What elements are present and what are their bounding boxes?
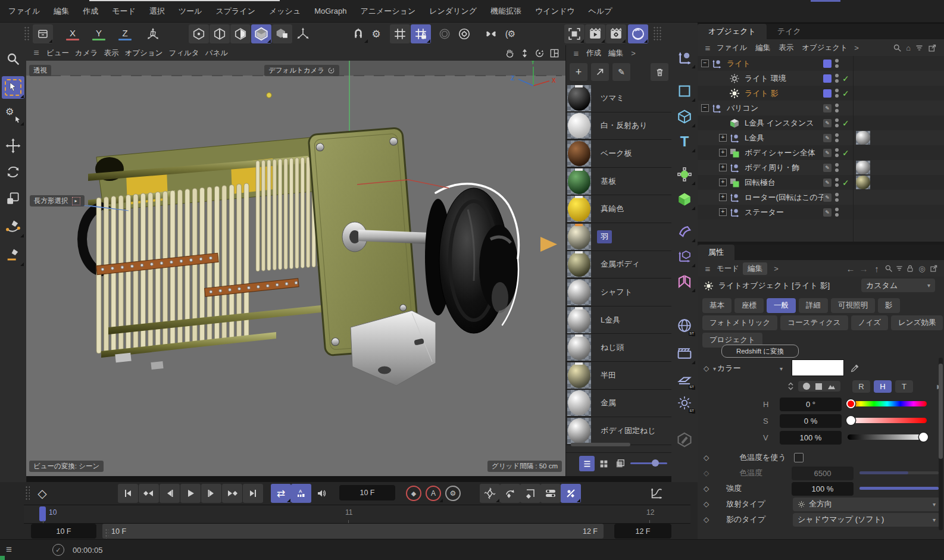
material-thumbnail[interactable]: [567, 168, 591, 195]
subdivision-surface-button[interactable]: [673, 163, 696, 186]
material-thumbnail[interactable]: [567, 196, 591, 222]
hsv-slider-knob[interactable]: [846, 416, 855, 425]
object-name[interactable]: ボディシャーシ全体: [745, 148, 815, 158]
keyframe-diamond-icon[interactable]: ◇: [704, 453, 712, 462]
tweak-tool-button[interactable]: ⚙: [2, 104, 24, 126]
keyframe-diamond-icon[interactable]: ◇: [704, 469, 712, 477]
menu-item[interactable]: アニメーション: [358, 5, 418, 18]
square-mode-icon[interactable]: [815, 383, 822, 390]
visibility-dots[interactable]: [835, 74, 839, 83]
up-icon[interactable]: ↑: [871, 264, 882, 274]
object-tree-row[interactable]: L金具 インスタンス ✓: [698, 115, 944, 130]
menu-item[interactable]: メッシュ: [267, 5, 303, 18]
axis-lock-button[interactable]: Y: [87, 24, 110, 43]
layer-chip[interactable]: [823, 104, 832, 112]
scrollbar-thumb[interactable]: [939, 364, 943, 459]
attr-tab-chip[interactable]: コースティクス: [780, 315, 848, 330]
enabled-check[interactable]: ✓: [842, 89, 849, 98]
visibility-dots[interactable]: [835, 118, 839, 127]
selection-tool-button[interactable]: [2, 76, 24, 99]
object-name[interactable]: L金具 インスタンス: [745, 118, 814, 129]
viewport-menu-item[interactable]: フィルタ: [166, 47, 201, 60]
add-material-button[interactable]: +: [570, 63, 587, 81]
panel-tab[interactable]: 属性: [698, 245, 734, 260]
attr-tab-chip[interactable]: 座標: [734, 298, 764, 313]
playhead[interactable]: [39, 506, 46, 521]
layer-chip[interactable]: [823, 60, 832, 68]
material-tag-thumb[interactable]: [856, 131, 870, 145]
target-icon[interactable]: ◎: [917, 264, 927, 273]
modeling-axis-button[interactable]: [673, 245, 696, 268]
expand-toggle[interactable]: [719, 193, 727, 201]
camera-object-button[interactable]: [673, 342, 696, 365]
expand-toggle[interactable]: [719, 208, 727, 216]
stage-object-button[interactable]: ST: [673, 368, 696, 390]
hsv-slider-track[interactable]: [848, 401, 927, 406]
frame-mode-button[interactable]: A: [291, 484, 311, 503]
keyframe-diamond-icon[interactable]: ◇: [704, 484, 712, 493]
object-name[interactable]: ライト 環境: [745, 73, 786, 84]
object-menu-item[interactable]: 編集: [755, 43, 770, 53]
render-options-button[interactable]: [454, 24, 474, 43]
attr-tab-chip[interactable]: ノイズ: [851, 315, 888, 330]
loop-mode-button[interactable]: ⇄: [271, 484, 291, 503]
external-window-icon[interactable]: [928, 43, 937, 52]
material-name[interactable]: ツマミ: [597, 92, 628, 105]
material-menu-item[interactable]: 編集: [608, 48, 623, 58]
sky-object-button[interactable]: ST: [673, 314, 696, 337]
material-name[interactable]: ボディ固定ねじ: [597, 424, 659, 437]
visibility-dots[interactable]: [835, 133, 839, 142]
menu-item[interactable]: レンダリング: [427, 5, 479, 18]
expand-toggle[interactable]: [719, 149, 727, 157]
hamburger-icon[interactable]: ≡: [571, 48, 582, 58]
object-name[interactable]: ステーター: [745, 207, 784, 218]
expand-toggle[interactable]: [719, 134, 727, 142]
sound-button[interactable]: [311, 484, 332, 503]
keyframe-diamond-icon[interactable]: ◇: [704, 515, 712, 524]
visibility-dots[interactable]: [835, 193, 839, 202]
expand-toggle[interactable]: [719, 164, 727, 171]
falloff-dropdown[interactable]: 全方向▾: [793, 498, 940, 511]
keyframe-diamond-icon[interactable]: ◇: [704, 364, 712, 373]
hsv-slider-knob[interactable]: [919, 433, 928, 442]
color-swatch[interactable]: [792, 359, 844, 376]
mirror-tool-button[interactable]: [481, 24, 501, 43]
material-item[interactable]: ねじ頭: [566, 334, 672, 362]
goto-start-button[interactable]: [118, 484, 138, 503]
material-thumbnail[interactable]: [567, 279, 591, 305]
axis-edit-button[interactable]: [293, 24, 313, 43]
attr-tab-chip[interactable]: 詳細: [799, 298, 828, 313]
menu-item[interactable]: 作成: [80, 5, 101, 18]
material-name[interactable]: 金属ボディ: [597, 258, 643, 271]
panel-tab[interactable]: オブジェクト: [698, 24, 767, 39]
timeline-grip[interactable]: [25, 486, 30, 501]
collapse-arrow-icon[interactable]: ▾: [713, 365, 716, 372]
visibility-dots[interactable]: [835, 178, 839, 187]
attribute-scrollbar[interactable]: [939, 358, 943, 530]
keyframe-diamond-button[interactable]: ◇: [32, 484, 52, 503]
object-tree-row[interactable]: ライト 影 ✓: [698, 86, 944, 101]
snap-settings-button[interactable]: ⚙: [366, 24, 386, 43]
material-item[interactable]: 白・反射あり: [566, 112, 672, 140]
menu-item[interactable]: ヘルプ: [586, 5, 615, 18]
layer-chip[interactable]: [823, 149, 832, 157]
layer-chip[interactable]: [823, 193, 832, 202]
compact-toggle-icon[interactable]: [787, 381, 795, 391]
toggle-panes-icon[interactable]: [549, 48, 559, 58]
menu-item[interactable]: ファイル: [6, 5, 42, 18]
enabled-check[interactable]: ✓: [842, 118, 849, 128]
object-tree-row[interactable]: ライト ✓: [698, 56, 944, 71]
intensity-field[interactable]: 100 %: [792, 482, 854, 496]
object-tree-row[interactable]: ボディ周り・飾 ✓: [698, 160, 944, 175]
viewport-menu-item[interactable]: パネル: [203, 47, 230, 60]
material-scrollbar[interactable]: [571, 443, 630, 446]
material-thumbnail[interactable]: [567, 112, 591, 139]
object-tree-row[interactable]: L金具 ✓: [698, 130, 944, 145]
hsv-slider-track[interactable]: [848, 434, 927, 440]
home-icon[interactable]: ⌂: [906, 43, 911, 52]
attr-tab-chip[interactable]: 一般: [767, 298, 796, 313]
object-menu-item[interactable]: ファイル: [717, 43, 747, 53]
prev-key-button[interactable]: [139, 484, 159, 503]
cube-primitive-button[interactable]: [673, 105, 696, 128]
lock-icon[interactable]: [906, 264, 914, 273]
